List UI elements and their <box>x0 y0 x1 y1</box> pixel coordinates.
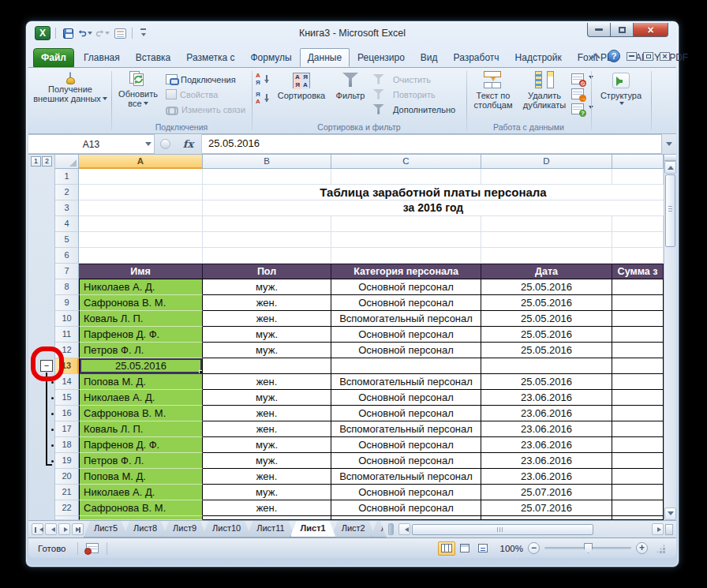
advanced-button[interactable]: Дополнительно <box>372 103 455 116</box>
workbook-restore-button[interactable] <box>643 52 653 61</box>
column-header-e[interactable] <box>612 155 664 169</box>
cell-category[interactable]: Основной персонал <box>331 406 481 421</box>
edit-links-button[interactable]: Изменить связи <box>166 103 245 116</box>
cell-date[interactable]: 25.07.2016 <box>481 500 612 516</box>
cell-name[interactable]: Сафронова В. М. <box>79 295 203 311</box>
split-handle[interactable] <box>664 155 676 161</box>
cell-name[interactable]: Николаев А. Д. <box>79 390 203 406</box>
data-validation-button[interactable]: ⦸ <box>571 72 593 85</box>
expand-formula-bar-icon[interactable] <box>662 134 676 154</box>
sheet-tab-лист9[interactable]: Лист9 <box>163 521 207 537</box>
table-header-cell[interactable]: Имя <box>79 264 203 279</box>
name-box-dropdown-icon[interactable] <box>145 142 152 149</box>
cell[interactable] <box>331 248 481 264</box>
cell-gender[interactable]: муж. <box>203 279 331 295</box>
next-sheet-icon[interactable] <box>58 523 70 535</box>
table-header-cell[interactable]: Дата <box>481 264 612 279</box>
cell-date[interactable]: 25.05.2016 <box>481 279 612 295</box>
cell-category[interactable]: Основной персонал <box>331 485 481 500</box>
cell-name[interactable]: Николаев А. Д. <box>79 279 203 295</box>
properties-button[interactable]: Свойства <box>166 88 245 101</box>
cell-sum[interactable] <box>612 421 664 437</box>
cell-name[interactable]: Сафронова В. М. <box>79 406 203 421</box>
cell-category[interactable]: Основной персонал <box>331 437 481 453</box>
cell-date[interactable]: 25.05.2016 <box>481 311 612 327</box>
row-header-18[interactable]: 18 <box>55 437 79 453</box>
resize-grip[interactable] <box>656 544 665 553</box>
cell-name[interactable]: Петров Ф. Л. <box>79 343 203 358</box>
workbook-close-button[interactable] <box>660 52 670 61</box>
select-all-corner[interactable] <box>55 155 79 169</box>
horizontal-scroll-thumb[interactable] <box>412 524 593 535</box>
cell-gender[interactable]: муж. <box>203 343 331 358</box>
cell-date[interactable]: 25.05.2016 <box>481 343 612 358</box>
cell-category[interactable]: Вспомогательный персонал <box>331 421 481 437</box>
close-button[interactable]: × <box>634 23 668 37</box>
cell-gender[interactable]: жен. <box>203 500 331 516</box>
cell[interactable] <box>79 185 203 200</box>
cell-sum[interactable] <box>612 343 664 358</box>
cell-date[interactable]: 23.06.2016 <box>481 469 612 485</box>
sheet-tab-лист11[interactable]: Лист11 <box>246 521 294 537</box>
cell[interactable] <box>481 232 612 248</box>
cell-gender[interactable]: жен. <box>203 406 331 421</box>
scroll-left-icon[interactable] <box>398 523 410 535</box>
tab-надстройк[interactable]: Надстройк <box>507 48 570 67</box>
collapse-ribbon-icon[interactable] <box>590 52 601 60</box>
cell-gender[interactable]: муж. <box>203 327 331 343</box>
tab-вид[interactable]: Вид <box>413 48 446 67</box>
cell[interactable] <box>612 232 664 248</box>
vertical-scroll-track[interactable] <box>664 248 676 507</box>
cell-category[interactable]: Основной персонал <box>331 295 481 311</box>
row-header-11[interactable]: 11 <box>55 327 79 343</box>
row-header-10[interactable]: 10 <box>55 311 79 327</box>
cell-sum[interactable] <box>612 437 664 453</box>
cell[interactable] <box>203 248 331 264</box>
maximize-button[interactable] <box>611 23 634 37</box>
outline-level-2-button[interactable]: 2 <box>42 156 52 167</box>
sheet-tab-лист1[interactable]: Лист1 <box>290 521 336 537</box>
cell-category[interactable]: Основной персонал <box>331 343 481 358</box>
cell-name-selected[interactable]: 25.05.2016 <box>79 358 203 374</box>
cell-name[interactable]: Коваль Л. П. <box>79 421 203 437</box>
row-header-1[interactable]: 1 <box>55 169 79 185</box>
name-box[interactable]: A13 <box>28 134 155 154</box>
cell[interactable] <box>79 169 203 185</box>
cell-category[interactable]: Основной персонал <box>331 327 481 343</box>
cell[interactable] <box>203 232 331 248</box>
row-header-5[interactable]: 5 <box>55 232 79 248</box>
cell-name[interactable]: Сафронова В. М. <box>79 500 203 516</box>
cell-name[interactable]: Петров Ф. Л. <box>79 453 203 469</box>
table-title[interactable]: Таблица заработной платы персонала <box>203 185 664 200</box>
horizontal-scrollbar[interactable] <box>395 521 676 537</box>
cell-name[interactable]: Парфенов Д. Ф. <box>79 437 203 453</box>
help-icon[interactable] <box>608 50 620 62</box>
column-header-B[interactable]: B <box>203 155 331 169</box>
consolidate-button[interactable]: → <box>571 87 593 100</box>
minimize-button[interactable] <box>587 23 611 37</box>
cell-gender[interactable]: жен. <box>203 311 331 327</box>
tab-данные[interactable]: Данные <box>300 48 350 67</box>
cell-sum[interactable] <box>612 500 664 516</box>
formula-bar-divider[interactable] <box>155 134 175 154</box>
vertical-scroll-thumb[interactable] <box>665 174 675 247</box>
row-header-15[interactable]: 15 <box>55 390 79 406</box>
cell-category[interactable]: Основной персонал <box>331 453 481 469</box>
zoom-out-button[interactable]: − <box>528 542 540 554</box>
table-title[interactable]: за 2016 год <box>203 200 664 216</box>
table-header-cell[interactable]: Сумма з <box>612 264 664 279</box>
formula-input[interactable]: 25.05.2016 <box>202 134 662 154</box>
text-to-columns-button[interactable]: Текст постолбцам <box>469 71 518 110</box>
cell-category[interactable]: Основной персонал <box>331 390 481 406</box>
cell-name[interactable]: Попова М. Д. <box>79 374 203 390</box>
cell-gender[interactable] <box>203 358 331 374</box>
column-header-C[interactable]: C <box>331 155 481 169</box>
outline-button[interactable]: Структура <box>593 73 649 107</box>
cell-date[interactable]: 23.06.2016 <box>481 437 612 453</box>
column-header-D[interactable]: D <box>481 155 612 169</box>
tab-формулы[interactable]: Формулы <box>243 48 300 67</box>
cell-category[interactable]: Основной персонал <box>331 279 481 295</box>
refresh-all-button[interactable]: Обновить все <box>114 71 163 108</box>
cell[interactable] <box>331 169 481 185</box>
zoom-slider-thumb[interactable] <box>584 543 593 553</box>
